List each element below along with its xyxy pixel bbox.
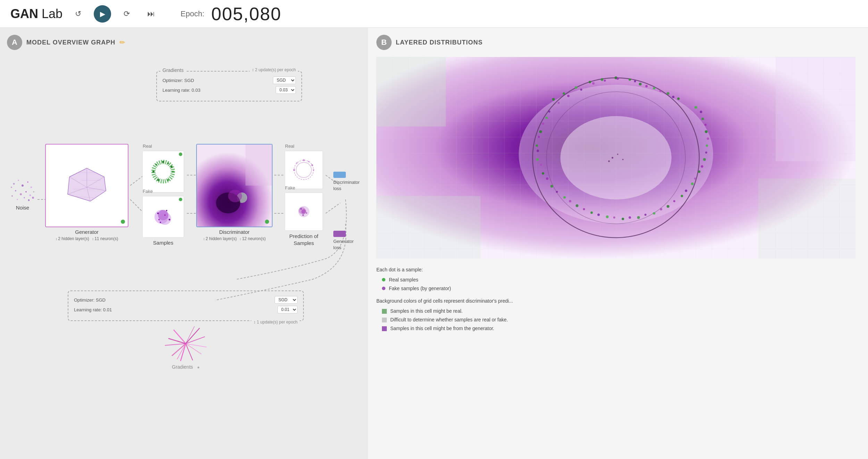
svg-point-9 [13,183,15,185]
edit-icon[interactable]: ✏ [119,38,125,47]
svg-point-71 [306,212,307,214]
optimizer-bottom-select[interactable]: SGDAdam [275,296,298,304]
generator-neurons-stepper[interactable]: ↕ 11 neuron(s) [92,236,118,241]
disc-neurons-stepper[interactable]: ↕ 12 neuron(s) [240,236,266,241]
svg-point-155 [540,164,542,166]
svg-point-161 [617,154,618,155]
samples-node: Real [142,151,184,246]
svg-point-156 [537,150,539,152]
real-samples-label: Real samples [389,277,418,282]
svg-point-151 [583,208,585,210]
samples-label: Samples [153,240,173,246]
svg-point-61 [303,159,305,161]
svg-point-131 [659,90,661,92]
svg-point-10 [18,180,19,181]
lr-top-select[interactable]: 0.030.010.1 [276,86,296,94]
disc-loss-label: Discriminatorloss [333,179,360,192]
skip-button[interactable]: ⏭ [142,5,160,23]
svg-point-37 [162,161,164,163]
gen-loss-label: Generatorloss [333,238,354,251]
pred-real-box: Real [285,151,323,189]
reset-button[interactable]: ↺ [69,5,87,23]
svg-point-118 [606,215,609,218]
gradients-bottom-title: Gradients ● [172,364,200,370]
prediction-col: Real [285,151,323,231]
play-button[interactable]: ▶ [94,5,111,23]
svg-point-121 [564,196,566,199]
svg-point-145 [673,200,675,202]
svg-point-125 [536,145,538,147]
svg-point-98 [653,87,656,90]
svg-point-15 [20,193,22,195]
svg-point-110 [703,158,706,161]
connections-svg [7,57,361,439]
svg-point-51 [160,222,161,223]
svg-rect-58 [245,144,272,186]
distribution-svg [376,57,856,259]
discriminator-label: Discriminator [219,229,250,235]
lr-bottom-select[interactable]: 0.010.030.1 [277,306,298,313]
updates-top-label: ↕ 2 update(s) per epoch [250,67,298,72]
svg-point-139 [704,124,707,126]
svg-point-120 [576,204,578,207]
svg-point-19 [24,197,25,198]
svg-point-49 [166,210,167,211]
svg-point-44 [167,179,169,181]
step-icon: ⟳ [124,9,130,18]
graph-area: Noise [7,57,361,439]
svg-point-57 [228,190,242,202]
gradients-toggle[interactable]: ● [197,365,200,370]
generator-neurons-value: 11 neuron(s) [94,236,118,241]
svg-point-141 [705,151,707,154]
svg-point-142 [701,165,703,168]
disc-layers-stepper[interactable]: ↕ 2 hidden layer(s) [203,236,237,241]
step-button[interactable]: ⟳ [118,5,135,23]
discriminator-node: Discriminator ↕ 2 hidden layer(s) ↕ 12 n… [196,144,273,241]
svg-point-129 [634,80,636,82]
lr-top-row: Learning rate: 0.03 0.030.010.1 [162,86,296,94]
reset-icon: ↺ [75,9,81,18]
generator-visual [56,154,118,217]
distribution-canvas [376,57,856,259]
real-sample-visual [148,156,179,187]
svg-point-128 [617,77,619,80]
svg-point-18 [11,195,13,197]
disc-loss-bar [333,172,346,178]
svg-point-113 [681,195,683,197]
generator-layers-stepper[interactable]: ↕ 2 hidden layer(s) [56,236,89,241]
gradients-viz [161,325,210,363]
svg-point-146 [660,208,662,211]
gray-sq-legend [382,318,387,322]
discriminator-visual [197,144,272,227]
panel-a-title: MODEL OVERVIEW GRAPH [26,39,115,46]
generator-box [45,144,128,227]
optimizer-top-select[interactable]: SGDAdam [273,76,296,84]
svg-point-140 [707,138,709,140]
svg-point-132 [672,96,675,98]
svg-point-124 [536,158,539,161]
svg-point-157 [538,136,540,138]
real-dot-legend [382,278,385,281]
fake-label: Fake [143,189,153,194]
svg-point-112 [691,182,694,185]
optimizer-bottom-row: Optimizer: SGD SGDAdam [74,296,298,304]
gradients-top-title: Gradients [160,67,186,73]
svg-point-63 [311,164,313,166]
svg-point-69 [301,209,306,214]
svg-point-99 [667,92,669,95]
discriminator-loss: Discriminatorloss [333,172,360,192]
epoch-label: Epoch: [181,9,205,18]
svg-point-21 [17,199,18,200]
panel-a: A MODEL OVERVIEW GRAPH ✏ [0,28,368,459]
lr-top-label: Learning rate: 0.03 [162,88,200,93]
updates-bottom-label: ↕ 1 update(s) per epoch [251,320,300,325]
svg-point-66 [313,169,314,171]
discriminator-status [265,220,269,224]
generator-node: Generator ↕ 2 hidden layer(s) ↕ 11 neuro… [45,144,128,241]
prediction-label: Prediction of Samples [289,233,318,246]
svg-point-136 [567,95,570,97]
fake-sample-visual [148,201,179,232]
panel-b-header: B LAYERED DISTRIBUTIONS [376,35,860,50]
svg-point-60 [296,162,311,178]
skip-icon: ⏭ [147,9,155,18]
